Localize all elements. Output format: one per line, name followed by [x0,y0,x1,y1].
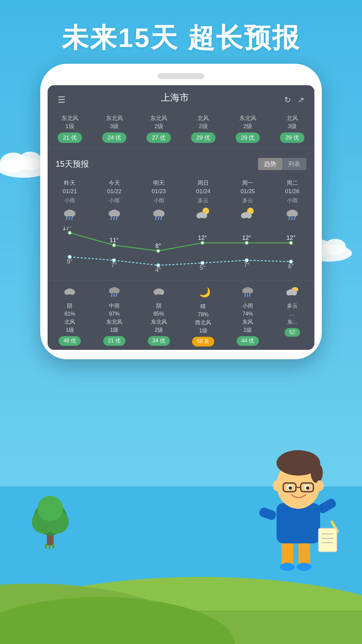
svg-point-33 [287,211,293,217]
svg-point-77 [248,288,253,293]
svg-line-15 [111,217,112,220]
svg-rect-95 [49,545,51,549]
bottom-aqi-3: 58 良 [192,337,214,346]
weather-icon-0 [48,208,92,223]
svg-text:4°: 4° [155,267,161,273]
bottom-col-1: 中雨97%东北风1级 21 优 [92,285,137,346]
svg-line-37 [294,217,295,220]
bottom-aqi-0: 48 优 [59,336,81,346]
forecast-header: 15天预报 趋势 列表 [48,151,314,175]
svg-point-8 [69,211,75,217]
svg-point-73 [159,289,164,295]
bottom-col-3: 🌙 晴78%西北风1级 58 良 [181,285,226,346]
svg-text:12°: 12° [242,234,251,241]
svg-point-30 [241,213,246,218]
tab-list[interactable]: 列表 [282,158,306,170]
bottom-col-4: 小雨74%东风1级 44 优 [226,285,270,346]
svg-line-78 [245,294,245,297]
svg-point-93 [38,496,63,521]
bottom-col-5: 多云...东... 52 [270,285,314,346]
svg-point-108 [311,463,323,483]
svg-line-10 [69,217,70,220]
day-col-2: 明天01/23 小雨 [136,179,181,204]
tree [30,488,70,550]
page-title: 未来15天 超长预报 [0,20,362,56]
svg-line-17 [116,217,117,220]
svg-line-23 [161,217,162,220]
day-col-0: 昨天01/21 小雨 [48,179,92,204]
svg-point-40 [157,249,160,253]
day-col-3: 周日01/24 多云 [181,179,226,204]
svg-point-76 [242,288,248,293]
day-col-1: 今天01/22 小雨 [92,179,137,204]
svg-line-36 [292,217,292,220]
svg-point-19 [153,211,159,217]
weather-icon-2 [136,208,181,223]
svg-point-83 [286,290,292,296]
bottom-col-0: 阴81%北风1级 48 优 [48,285,92,346]
phone-screen: ☰ 上海市 ··· ↻ ↗ 东北风1级 21 优 东北风3级 24 优 [48,85,314,350]
svg-point-100 [297,563,311,571]
aqi-badge-0: 21 优 [58,132,82,143]
wind-col-2: 东北风2级 27 优 [136,114,181,143]
city-display: 上海市 ··· [161,91,189,108]
bottom-aqi-1: 21 优 [103,336,125,346]
svg-text:🌙: 🌙 [199,287,210,298]
city-dots: ··· [161,105,189,108]
svg-point-72 [154,289,159,295]
svg-text:12°: 12° [198,234,207,241]
svg-text:9°: 9° [67,258,72,265]
bottom-col-2: 阴85%东北风2级 34 优 [136,285,181,346]
svg-text:7°: 7° [244,262,249,268]
svg-line-35 [289,217,290,220]
svg-point-67 [114,288,120,293]
weather-icon-1 [92,208,137,223]
weather-icon-4 [226,208,270,223]
svg-line-79 [247,294,248,297]
phone-speaker [158,73,204,79]
phone-mockup: ☰ 上海市 ··· ↻ ↗ 东北风1级 21 优 东北风3级 24 优 [40,64,322,359]
svg-text:11°: 11° [109,237,118,244]
tab-trend[interactable]: 趋势 [258,158,282,170]
svg-point-42 [245,241,248,245]
svg-point-116 [289,486,292,490]
svg-rect-96 [52,543,54,549]
weather-icons-row [48,204,314,227]
svg-line-68 [111,294,112,297]
svg-point-84 [292,290,297,296]
bottom-aqi-5: 52 [285,328,300,337]
wind-col-0: 东北风1级 21 优 [48,114,92,143]
svg-point-26 [196,213,202,218]
svg-text:6°: 6° [288,263,294,270]
bottom-aqi-4: 44 优 [237,336,259,346]
svg-rect-102 [258,506,277,521]
header-actions: ↻ ↗ [284,95,304,105]
svg-text:8°: 8° [155,243,161,249]
city-name: 上海市 [161,91,189,104]
forecast-title: 15天预报 [56,159,89,169]
svg-point-41 [201,241,204,245]
wind-quality-row: 东北风1级 21 优 东北风3级 24 优 东北风2级 27 优 北风2级 29… [48,111,314,149]
bottom-aqi-2: 34 优 [148,336,170,346]
weather-icon-3 [181,208,226,223]
svg-point-39 [112,244,116,247]
svg-point-2 [18,152,42,170]
svg-point-66 [109,288,114,293]
svg-point-110 [316,480,324,491]
svg-text:17°: 17° [62,227,71,231]
svg-point-38 [68,231,71,234]
svg-point-31 [246,213,252,218]
day-col-5: 周二01/26 小雨 [270,179,314,204]
aqi-badge-1: 24 优 [102,132,127,143]
svg-point-117 [306,486,309,490]
svg-point-13 [109,211,115,217]
share-icon[interactable]: ↗ [298,95,304,105]
temperature-chart: 17° 11° 8° 12° 12° 12° 9° 7° 4° 5° 7° 6° [48,227,314,280]
svg-point-20 [159,211,165,217]
bottom-weather-row: 阴81%北风1级 48 优 中 [48,280,314,350]
app-header: ☰ 上海市 ··· ↻ ↗ [48,85,314,111]
menu-icon[interactable]: ☰ [58,95,65,105]
refresh-icon[interactable]: ↻ [284,95,291,105]
svg-line-22 [158,217,159,220]
aqi-badge-5: 29 优 [280,132,304,143]
